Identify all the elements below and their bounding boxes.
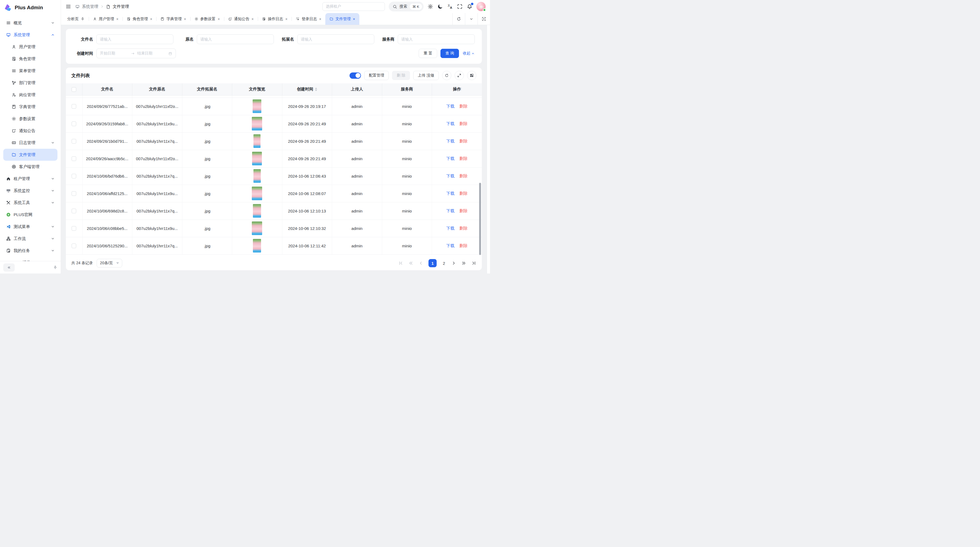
delete-button[interactable]: 删 除: [392, 71, 410, 80]
prev-page-icon[interactable]: [418, 261, 423, 266]
tenant-select[interactable]: 选择租户: [322, 2, 385, 11]
provider-input[interactable]: [398, 34, 475, 44]
download-link[interactable]: 下载: [447, 243, 455, 248]
collapse-link[interactable]: 收起: [463, 51, 475, 56]
ext-name-input[interactable]: [297, 34, 374, 44]
sidebar-item-roles[interactable]: 角色管理: [3, 53, 57, 65]
expand-icon[interactable]: [455, 71, 464, 80]
row-checkbox[interactable]: [72, 191, 76, 196]
table-row[interactable]: 2024/09/26/77521ab... 007u2bluly1hrr11xf…: [66, 97, 482, 115]
sidebar-collapse-button[interactable]: [3, 263, 15, 271]
close-icon[interactable]: ×: [285, 17, 288, 21]
sidebar-item-files[interactable]: 文件管理: [3, 149, 57, 161]
table-scrollbar-thumb[interactable]: [479, 183, 481, 255]
delete-link[interactable]: 删除: [460, 174, 468, 178]
back-5-pages-icon[interactable]: [408, 261, 413, 266]
fullscreen-icon[interactable]: [457, 3, 463, 10]
sidebar-item-system[interactable]: 系统管理: [3, 29, 57, 41]
delete-link[interactable]: 删除: [460, 191, 468, 196]
sidebar-item-workflow[interactable]: 工作流: [3, 233, 57, 245]
preview-thumbnail[interactable]: [253, 99, 261, 113]
sidebar-item-tools[interactable]: 系统工具: [3, 197, 57, 209]
sidebar-item-users[interactable]: 用户管理: [3, 41, 57, 53]
download-link[interactable]: 下载: [447, 156, 455, 161]
query-button[interactable]: 查 询: [441, 49, 459, 58]
delete-link[interactable]: 删除: [460, 208, 468, 213]
config-manage-button[interactable]: 配置管理: [364, 71, 389, 80]
preview-thumbnail[interactable]: [252, 187, 262, 200]
refresh-icon[interactable]: [452, 13, 465, 25]
gear-icon[interactable]: [427, 3, 433, 10]
table-row[interactable]: 2024/10/06/698d2c8... 007u2bluly1hrr11x7…: [66, 202, 482, 220]
select-all-checkbox[interactable]: [72, 87, 76, 92]
preview-thumbnail[interactable]: [253, 169, 261, 183]
sort-carets-icon[interactable]: [315, 88, 317, 91]
chevron-down-icon[interactable]: [465, 13, 477, 25]
reset-button[interactable]: 重 置: [419, 49, 437, 58]
row-checkbox[interactable]: [72, 174, 76, 179]
row-checkbox[interactable]: [72, 139, 76, 144]
download-link[interactable]: 下载: [447, 139, 455, 143]
delete-link[interactable]: 删除: [460, 156, 468, 161]
sidebar-item-clients[interactable]: 客户端管理: [3, 161, 57, 173]
first-page-icon[interactable]: [398, 261, 403, 266]
delete-link[interactable]: 删除: [460, 139, 468, 143]
tab-users[interactable]: 用户管理 ×: [89, 13, 123, 25]
close-icon[interactable]: ×: [150, 17, 152, 21]
page-scrollbar-track[interactable]: [487, 25, 490, 273]
table-row[interactable]: 2024/10/06/5125290... 007u2bluly1hrr11x7…: [66, 237, 482, 254]
search-visibility-toggle[interactable]: [350, 72, 361, 79]
pin-icon[interactable]: [81, 17, 85, 21]
tab-files[interactable]: 文件管理 ×: [325, 13, 359, 25]
download-link[interactable]: 下载: [447, 208, 455, 213]
date-range-input[interactable]: 开始日期 结束日期: [96, 48, 176, 58]
tab-notices[interactable]: 通知公告 ×: [224, 13, 258, 25]
delete-link[interactable]: 删除: [460, 104, 468, 108]
sidebar-item-my-tasks[interactable]: 我的任务: [3, 245, 57, 257]
table-row[interactable]: 2024/10/06/bd76db6... 007u2bluly1hrr11x7…: [66, 167, 482, 185]
sidebar-item-posts[interactable]: 岗位管理: [3, 89, 57, 101]
row-checkbox[interactable]: [72, 121, 76, 126]
orig-name-input[interactable]: [197, 34, 274, 44]
file-name-input[interactable]: [96, 34, 173, 44]
forward-5-pages-icon[interactable]: [461, 261, 466, 266]
tab-roles[interactable]: 角色管理 ×: [123, 13, 156, 25]
sidebar-item-plus-site[interactable]: PLUS官网: [3, 209, 57, 221]
bell-icon[interactable]: [466, 3, 473, 10]
table-row[interactable]: 2024/09/26/1b0d791... 007u2bluly1hrr11x7…: [66, 132, 482, 150]
close-icon[interactable]: ×: [184, 17, 186, 21]
tab-login-logs[interactable]: 登录日志 ×: [291, 13, 325, 25]
content-fullscreen-icon[interactable]: [477, 13, 490, 25]
close-icon[interactable]: ×: [353, 17, 355, 21]
table-row[interactable]: 2024/09/26/3159fab8... 007u2bluly1hrr11x…: [66, 115, 482, 132]
sidebar-item-gitee[interactable]: gitee记录: [3, 257, 57, 261]
refresh-icon[interactable]: [442, 71, 451, 80]
download-link[interactable]: 下载: [447, 121, 455, 126]
delete-link[interactable]: 删除: [460, 243, 468, 248]
page-1-button[interactable]: 1: [428, 259, 437, 267]
pin-icon[interactable]: [53, 265, 57, 270]
download-link[interactable]: 下载: [447, 104, 455, 108]
download-link[interactable]: 下载: [447, 191, 455, 196]
download-link[interactable]: 下载: [447, 226, 455, 230]
row-checkbox[interactable]: [72, 104, 76, 109]
page-size-select[interactable]: 20条/页: [97, 259, 122, 268]
sidebar-item-params[interactable]: 参数设置: [3, 113, 57, 125]
tab-dict[interactable]: 字典管理 ×: [156, 13, 190, 25]
sidebar-item-tenants[interactable]: 租户管理: [3, 173, 57, 185]
close-icon[interactable]: ×: [218, 17, 220, 21]
moon-icon[interactable]: [437, 3, 443, 10]
sidebar-item-test-menu[interactable]: 测试菜单: [3, 221, 57, 233]
translate-icon[interactable]: 文A: [447, 3, 453, 10]
row-checkbox[interactable]: [72, 156, 76, 161]
page-2-button[interactable]: 2: [442, 261, 446, 266]
delete-link[interactable]: 删除: [460, 121, 468, 126]
download-link[interactable]: 下载: [447, 174, 455, 178]
delete-link[interactable]: 删除: [460, 226, 468, 230]
last-page-icon[interactable]: [471, 261, 476, 266]
sidebar-item-dict[interactable]: 字典管理: [3, 101, 57, 113]
preview-thumbnail[interactable]: [252, 117, 262, 131]
preview-thumbnail[interactable]: [252, 222, 262, 235]
upload-button[interactable]: 上传 没做: [413, 71, 439, 80]
row-checkbox[interactable]: [72, 226, 76, 231]
